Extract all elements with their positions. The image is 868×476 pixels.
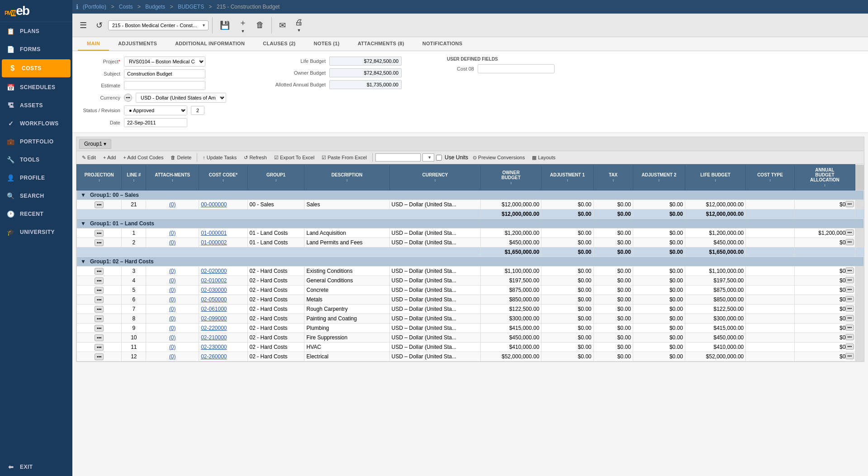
revision-input[interactable]	[191, 106, 204, 115]
tab-notifications[interactable]: NOTIFICATIONS	[413, 37, 472, 51]
menu-button[interactable]: ☰	[76, 19, 90, 32]
sidebar-item-tools[interactable]: 🔧 TOOLS	[0, 151, 72, 169]
alloc-menu-btn[interactable]: •••	[845, 267, 854, 274]
cost-code-link[interactable]: 00-000000	[201, 201, 227, 208]
currency-expand-btn[interactable]: •••	[124, 94, 132, 102]
status-select[interactable]: ● Approved	[124, 105, 187, 115]
row-menu-btn[interactable]: •••	[95, 268, 104, 275]
tab-main[interactable]: MAIN	[78, 37, 109, 51]
currency-select[interactable]: USD - Dollar (United States of America)	[136, 93, 226, 103]
sidebar-item-plans[interactable]: 📋 PLANS	[0, 22, 72, 40]
info-icon[interactable]: ℹ	[76, 3, 78, 10]
group-expand-icon[interactable]: ▼	[81, 258, 86, 265]
sidebar-item-recent[interactable]: 🕐 RECENT	[0, 205, 72, 223]
attachments-link[interactable]: (0)	[169, 230, 176, 236]
save-button[interactable]: 💾	[216, 19, 233, 32]
attachments-link[interactable]: (0)	[169, 201, 176, 208]
alloc-menu-btn[interactable]: •••	[845, 305, 854, 312]
row-menu-btn[interactable]: •••	[95, 353, 104, 360]
breadcrumb-budgets[interactable]: Budgets	[145, 4, 165, 10]
attachments-link[interactable]: (0)	[169, 277, 176, 284]
sidebar-item-profile[interactable]: 👤 PROFILE	[0, 169, 72, 187]
attachments-link[interactable]: (0)	[169, 325, 176, 331]
row-menu-btn[interactable]: •••	[95, 296, 104, 303]
tab-clauses[interactable]: CLAUSES (2)	[254, 37, 304, 51]
sidebar-item-workflows[interactable]: ✓ WORKFLOWS	[0, 114, 72, 133]
date-input[interactable]	[124, 118, 187, 127]
record-selector-wrapper[interactable]: 215 - Boston Medical Center - Const...	[108, 20, 209, 30]
attachments-link[interactable]: (0)	[169, 287, 176, 293]
export-button[interactable]: ☑ Export To Excel	[271, 153, 317, 162]
alloc-menu-btn[interactable]: •••	[845, 277, 854, 283]
attachments-link[interactable]: (0)	[169, 239, 176, 246]
row-menu-btn[interactable]: •••	[95, 334, 104, 341]
attachments-link[interactable]: (0)	[169, 315, 176, 322]
attachments-link[interactable]: (0)	[169, 268, 176, 274]
cost-code-link[interactable]: 02-260000	[201, 353, 227, 360]
alloc-menu-btn[interactable]: •••	[845, 296, 854, 302]
row-menu-btn[interactable]: •••	[95, 239, 104, 246]
alloc-menu-btn[interactable]: •••	[845, 315, 854, 321]
cost-code-link[interactable]: 01-000001	[201, 230, 227, 236]
cost-code-link[interactable]: 01-000002	[201, 239, 227, 246]
sidebar-item-schedules[interactable]: 📅 SCHEDULES	[0, 78, 72, 96]
alloc-menu-btn[interactable]: •••	[845, 229, 854, 236]
row-menu-btn[interactable]: •••	[95, 315, 104, 322]
estimate-input[interactable]	[124, 81, 205, 90]
owner-budget-input[interactable]	[329, 68, 402, 77]
cost-code-link[interactable]: 02-210000	[201, 334, 227, 341]
breadcrumb-portfolio[interactable]: (Portfolio)	[83, 4, 106, 10]
project-select[interactable]: RVS0104 – Boston Medical Center	[124, 57, 205, 67]
breadcrumb-costs[interactable]: Costs	[119, 4, 133, 10]
row-menu-btn[interactable]: •••	[95, 306, 104, 313]
cost-code-link[interactable]: 02-230000	[201, 344, 227, 350]
alloc-menu-btn[interactable]: •••	[845, 343, 854, 350]
cost-code-link[interactable]: 02-061000	[201, 306, 227, 312]
row-menu-btn[interactable]: •••	[95, 325, 104, 332]
attachments-link[interactable]: (0)	[169, 344, 176, 350]
alloc-menu-btn[interactable]: •••	[845, 201, 854, 207]
delete-row-button[interactable]: 🗑 Delete	[168, 153, 194, 162]
print-button[interactable]: 🖨 ▼	[291, 16, 307, 34]
add-button[interactable]: ＋ ▼	[235, 15, 251, 35]
row-menu-btn[interactable]: •••	[95, 201, 104, 208]
preview-conversions-button[interactable]: ⊙ Preview Conversions	[470, 153, 527, 162]
row-menu-btn[interactable]: •••	[95, 230, 104, 237]
life-budget-input[interactable]	[329, 57, 402, 66]
row-menu-btn[interactable]: •••	[95, 277, 104, 284]
sidebar-item-portfolio[interactable]: 💼 PORTFOLIO	[0, 133, 72, 151]
add-cost-codes-button[interactable]: + Add Cost Codes	[120, 153, 166, 162]
alloc-menu-btn[interactable]: •••	[845, 324, 854, 331]
refresh-button[interactable]: ↺ Refresh	[241, 153, 270, 162]
alloc-menu-btn[interactable]: •••	[845, 334, 854, 340]
alloc-menu-btn[interactable]: •••	[845, 239, 854, 245]
delete-button[interactable]: 🗑	[252, 19, 268, 32]
email-button[interactable]: ✉	[275, 19, 289, 32]
cost-code-link[interactable]: 02-050000	[201, 296, 227, 303]
update-tasks-button[interactable]: ↑ Update Tasks	[200, 153, 239, 162]
grid-search-select[interactable]	[422, 153, 434, 162]
cost-code-link[interactable]: 02-220000	[201, 325, 227, 331]
row-menu-btn[interactable]: •••	[95, 344, 104, 351]
cost-code-link[interactable]: 02-010002	[201, 277, 227, 284]
sidebar-item-forms[interactable]: 📄 FORMS	[0, 40, 72, 58]
paste-button[interactable]: ☑ Paste From Excel	[319, 153, 370, 162]
grid-search-select-wrapper[interactable]	[422, 153, 434, 162]
cost08-input[interactable]	[478, 64, 555, 73]
add-row-button[interactable]: + Add	[100, 153, 119, 162]
cost-code-link[interactable]: 02-020000	[201, 268, 227, 274]
sidebar-item-costs[interactable]: $ COSTS	[2, 59, 71, 77]
status-selector-wrapper[interactable]: ● Approved	[124, 105, 187, 115]
subject-input[interactable]	[124, 69, 205, 78]
undo-button[interactable]: ↺	[92, 19, 106, 32]
use-units-checkbox[interactable]	[436, 155, 442, 161]
sidebar-item-assets[interactable]: 🏗 ASSETS	[0, 96, 72, 114]
tab-adjustments[interactable]: ADJUSTMENTS	[109, 37, 166, 51]
currency-selector-wrapper[interactable]: USD - Dollar (United States of America)	[136, 93, 226, 103]
attachments-link[interactable]: (0)	[169, 306, 176, 312]
sidebar-item-exit[interactable]: ⬅ EXIT	[0, 458, 72, 476]
attachments-link[interactable]: (0)	[169, 296, 176, 303]
allotted-input[interactable]	[329, 80, 402, 89]
alloc-menu-btn[interactable]: •••	[845, 286, 854, 293]
sidebar-item-search[interactable]: 🔍 SEARCH	[0, 187, 72, 205]
